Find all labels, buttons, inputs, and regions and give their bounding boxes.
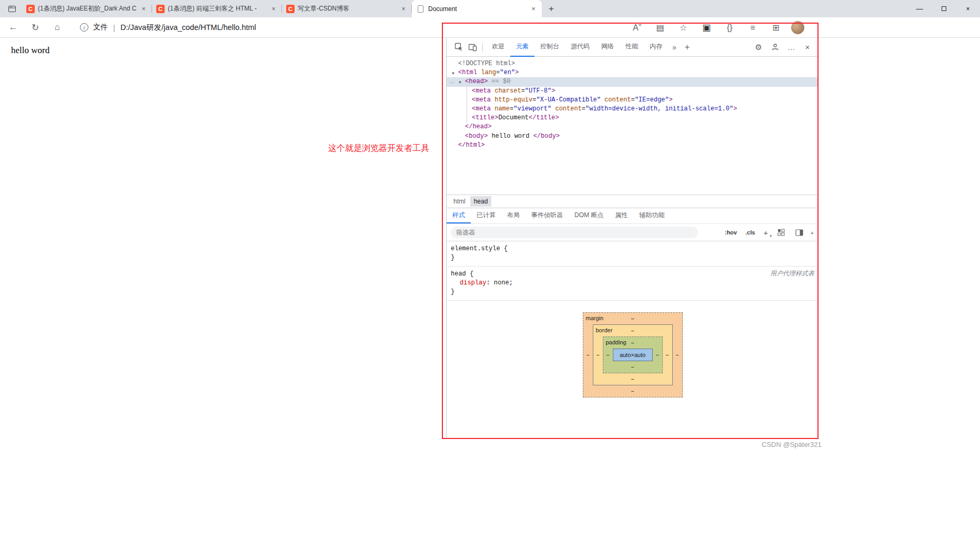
- padding-left-value[interactable]: −: [603, 352, 613, 358]
- favorites-list-icon[interactable]: ≡: [745, 20, 761, 36]
- browser-tab[interactable]: Document×: [412, 0, 542, 17]
- tab-close-icon[interactable]: ×: [399, 5, 408, 13]
- breadcrumb-item[interactable]: html: [450, 196, 469, 207]
- styles-filter-input[interactable]: [451, 227, 698, 238]
- code-token: "width=device-width, initial-scale=1.0": [585, 105, 733, 113]
- close-window-button[interactable]: ×: [956, 0, 980, 17]
- immersive-reader-icon[interactable]: ▤: [652, 20, 668, 36]
- toggle-class-button[interactable]: .cls: [745, 229, 755, 236]
- devtools-tab-性能[interactable]: 性能: [620, 38, 644, 57]
- box-model-padding[interactable]: padding − − auto×auto −: [603, 336, 663, 373]
- dom-tree-node[interactable]: …▼<head> == $0: [447, 77, 819, 86]
- padding-right-value[interactable]: −: [653, 352, 662, 358]
- styles-tab-样式[interactable]: 样式: [447, 208, 471, 223]
- read-aloud-icon[interactable]: A”: [629, 20, 645, 36]
- devtools-tab-网络[interactable]: 网络: [595, 38, 620, 57]
- box-model-margin[interactable]: margin − − border − −: [583, 312, 683, 397]
- computed-sidebar-icon[interactable]: [794, 228, 804, 237]
- toggle-hover-state-button[interactable]: :hov: [725, 229, 737, 236]
- page-viewport: hello word: [0, 38, 446, 541]
- code-token: <meta: [472, 105, 491, 113]
- expand-arrow-icon[interactable]: ▼: [452, 69, 454, 78]
- devtools-tab-欢迎[interactable]: 欢迎: [486, 38, 510, 57]
- add-panel-button[interactable]: +: [681, 43, 694, 52]
- margin-bottom-value[interactable]: −: [631, 388, 634, 394]
- new-style-rule-button[interactable]: + ▾: [763, 228, 768, 237]
- dom-tree-node[interactable]: <meta http-equiv="X-UA-Compatible" conte…: [447, 96, 819, 105]
- padding-top-value[interactable]: −: [631, 340, 634, 346]
- dom-tree-node[interactable]: <meta name="viewport" content="width=dev…: [447, 105, 819, 114]
- profile-avatar[interactable]: [791, 21, 804, 34]
- home-button[interactable]: ⌂: [48, 19, 66, 36]
- scrollbar-up-icon[interactable]: ▲: [810, 230, 814, 235]
- border-right-value[interactable]: −: [663, 352, 672, 358]
- browser-tab[interactable]: C(1条消息) 前端三剑客之 HTML -×: [152, 0, 282, 17]
- padding-bottom-value[interactable]: −: [631, 364, 634, 370]
- box-model-content[interactable]: auto×auto: [613, 349, 653, 361]
- dom-tree-node[interactable]: <title>Document</title>: [447, 114, 819, 123]
- extension-icon[interactable]: {}: [722, 20, 737, 36]
- expand-arrow-icon[interactable]: ▼: [459, 78, 461, 87]
- dom-tree-node[interactable]: <!DOCTYPE html>: [447, 59, 819, 68]
- more-panels-icon[interactable]: »: [668, 43, 681, 52]
- more-options-icon[interactable]: …: [784, 40, 798, 54]
- margin-top-value[interactable]: −: [631, 315, 634, 322]
- maximize-button[interactable]: [932, 0, 956, 17]
- dom-tree-node[interactable]: ▼<html lang="en">: [447, 68, 819, 77]
- element-style-rule[interactable]: element.style { }: [447, 241, 819, 267]
- code-token: Document: [498, 114, 529, 121]
- back-button[interactable]: ←: [4, 19, 22, 36]
- element-style-close: }: [451, 253, 814, 262]
- devtools-tab-控制台[interactable]: 控制台: [534, 38, 565, 57]
- rule-declaration[interactable]: display: none;: [451, 279, 814, 288]
- element-states-icon[interactable]: [776, 228, 786, 237]
- styles-tab-事件侦听器[interactable]: 事件侦听器: [526, 208, 569, 223]
- styles-tab-布局[interactable]: 布局: [501, 208, 526, 223]
- feedback-icon[interactable]: [768, 40, 782, 54]
- dom-tree-node[interactable]: </head>: [447, 123, 819, 131]
- collections-icon[interactable]: ⊞: [768, 20, 784, 36]
- border-top-value[interactable]: −: [631, 328, 634, 334]
- close-devtools-icon[interactable]: ×: [801, 40, 814, 54]
- tab-title: (1条消息) 前端三剑客之 HTML -: [168, 4, 266, 13]
- user-agent-rule[interactable]: head { 用户代理样式表 display: none; }: [447, 267, 819, 301]
- code-token: content: [551, 105, 582, 113]
- margin-left-value[interactable]: −: [583, 352, 593, 358]
- code-token: "X-UA-Compatible": [536, 96, 600, 104]
- address-url[interactable]: D:/Java研发/java_code/HTML/hello.html: [120, 23, 256, 33]
- dom-tree-node[interactable]: <body> hello word </body>: [447, 132, 819, 141]
- tab-close-icon[interactable]: ×: [529, 5, 538, 13]
- box-model-border[interactable]: border − − padding − −: [593, 324, 673, 385]
- browser-tab[interactable]: C(1条消息) JavaEE初阶_Dark And C×: [22, 0, 152, 17]
- address-bar[interactable]: i 文件 | D:/Java研发/java_code/HTML/hello.ht…: [80, 23, 256, 33]
- styles-tab-属性[interactable]: 属性: [609, 208, 633, 223]
- plus-glyph: +: [763, 228, 768, 237]
- dom-tree-node[interactable]: <meta charset="UTF-8">: [447, 87, 819, 96]
- devtools-tab-元素[interactable]: 元素: [510, 38, 534, 57]
- minimize-button[interactable]: —: [907, 0, 932, 17]
- browser-tab[interactable]: C写文章-CSDN博客×: [282, 0, 412, 17]
- breadcrumb-item[interactable]: head: [470, 196, 492, 207]
- border-bottom-value[interactable]: −: [631, 376, 634, 382]
- page-info-icon[interactable]: i: [80, 23, 88, 32]
- styles-tab-已计算[interactable]: 已计算: [471, 208, 501, 223]
- refresh-button[interactable]: ↻: [26, 19, 44, 36]
- browser-essentials-icon[interactable]: ▣: [699, 20, 714, 36]
- tab-close-icon[interactable]: ×: [269, 5, 278, 13]
- add-favorite-icon[interactable]: ☆: [675, 20, 691, 36]
- inspect-icon[interactable]: [452, 40, 466, 54]
- tab-actions-menu-icon[interactable]: [4, 2, 20, 16]
- tab-close-icon[interactable]: ×: [139, 5, 148, 13]
- devtools-tab-源代码[interactable]: 源代码: [565, 38, 595, 57]
- dom-tree-node[interactable]: </html>: [447, 141, 819, 150]
- code-token: name: [491, 105, 510, 113]
- styles-tab-辅助功能[interactable]: 辅助功能: [633, 208, 670, 223]
- new-tab-button[interactable]: +: [544, 2, 559, 16]
- styles-tab-DOM 断点[interactable]: DOM 断点: [569, 208, 609, 223]
- margin-right-value[interactable]: −: [673, 352, 682, 358]
- code-token: lang: [477, 69, 496, 76]
- device-toolbar-icon[interactable]: [466, 40, 479, 54]
- devtools-tab-内存[interactable]: 内存: [644, 38, 668, 57]
- border-left-value[interactable]: −: [593, 352, 603, 358]
- settings-gear-icon[interactable]: ⚙: [752, 40, 765, 54]
